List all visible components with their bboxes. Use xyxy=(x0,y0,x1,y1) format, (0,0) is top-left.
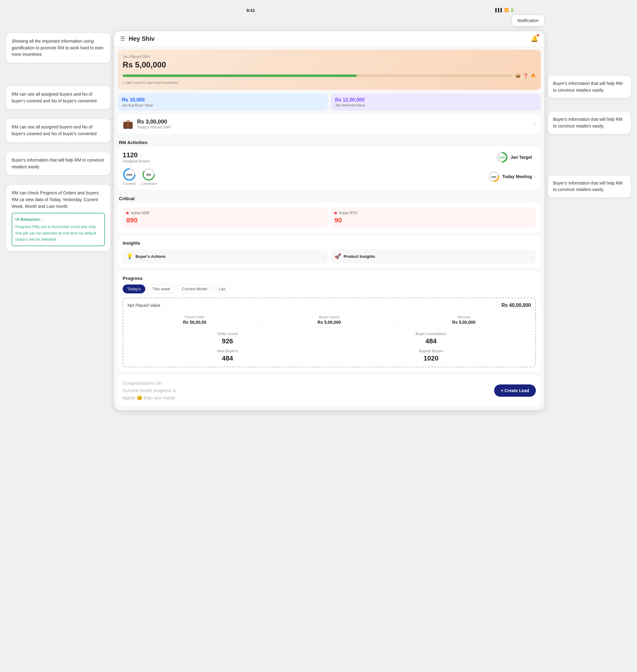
repeat-buyers-value: 1020 xyxy=(331,355,531,362)
gmv-label: Jan Placed GMV xyxy=(123,55,536,59)
ui-behaviour-title: UI Behaviour - xyxy=(15,216,101,222)
avg-buyer-card: Rs 10,000 Jan Avg Buyer Value xyxy=(118,93,328,111)
order-count-value: 926 xyxy=(128,337,327,345)
insights-section: Insights 💡 Buyer's Actions › 🚀 Product I… xyxy=(118,236,541,268)
header-title: Hey Shiv xyxy=(129,35,154,42)
critical-section-title: Critical xyxy=(114,194,544,203)
critical-cards: Active NDR 890 Active RTO 90 xyxy=(123,207,536,228)
wallet-icon: 💼 xyxy=(123,119,133,129)
jan-target-badge: 50% Jan Target › xyxy=(496,151,536,163)
tab-this-week[interactable]: This week xyxy=(148,285,175,293)
tab-today[interactable]: Today's xyxy=(123,285,145,293)
svg-text:800: 800 xyxy=(147,173,151,176)
buyers-actions-card[interactable]: 💡 Buyer's Actions › xyxy=(123,249,328,264)
svg-text:8/20: 8/20 xyxy=(492,176,497,178)
ndr-dot xyxy=(126,212,129,214)
congrats-text: Congratulations Sh Current month progres… xyxy=(123,380,176,402)
repeat-buyers-cell: Repeat Buyers 1020 xyxy=(331,349,531,362)
annotation-rm-buyers-1: RM can see all assigned buyers and No of… xyxy=(6,86,110,109)
new-buyers-value: 484 xyxy=(128,355,327,362)
ndr-value: 890 xyxy=(126,216,324,224)
ndr-card[interactable]: Active NDR 890 xyxy=(123,207,328,228)
stats-grid: Order Count 926 Buyer Cancellation 484 N… xyxy=(128,332,531,362)
product-insights-icon: 🚀 xyxy=(334,253,341,260)
progress-bar-fill xyxy=(123,74,357,77)
converted-label: Converted xyxy=(141,182,157,185)
today-meeting-label: Today Meeting xyxy=(502,174,532,179)
insights-cards: 💡 Buyer's Actions › 🚀 Product Insights › xyxy=(123,249,536,264)
buyers-actions-label: Buyer's Actions xyxy=(135,254,166,259)
ndr-label: Active NDR xyxy=(131,211,150,215)
gmv-amount: Rs 5,00,000 xyxy=(123,60,536,70)
insights-title: Insights xyxy=(123,240,536,246)
critical-section: Active NDR 890 Active RTO 90 xyxy=(118,203,541,232)
converted-ring: 800 xyxy=(142,168,156,181)
buyers-actions-icon: 💡 xyxy=(126,253,133,260)
progress-section: Progress Today's This week Current Month… xyxy=(118,271,541,371)
today-meeting: 8/20 Today Meeting › xyxy=(488,171,536,182)
target-chevron: › xyxy=(534,155,536,160)
rm-activities-card: 1120 › Assigned Buyers 50% xyxy=(118,147,541,190)
placed-order-label: Placed Order xyxy=(128,315,262,319)
annotation-right-3: Buyer's Information that will help RM to… xyxy=(548,176,631,197)
annotation-right-2: Buyer's Information that will help RM to… xyxy=(548,112,631,134)
assigned-buyers-label: Assigned Buyers xyxy=(123,159,150,163)
delivered-value: Rs 12,00,000 xyxy=(335,97,536,103)
status-time: 9:41 xyxy=(247,8,255,13)
delivered-value-card: Rs 12,00,000 Jan Delivered Value xyxy=(331,93,541,111)
congrats-emoji: 😊 xyxy=(137,395,143,400)
svg-text:50%: 50% xyxy=(499,156,505,159)
notification-dot xyxy=(537,34,539,36)
progress-icon-end: 🔥 xyxy=(531,73,536,78)
jan-target-label: Jan Target xyxy=(511,155,532,160)
progress-data-box: Net Placed Value : Rs 40,00,000 Placed O… xyxy=(123,298,536,367)
net-placed-value: Rs 40,00,000 xyxy=(502,303,531,308)
covered-label: Covered xyxy=(123,182,136,185)
hamburger-icon[interactable]: ☰ xyxy=(120,35,125,42)
net-placed-label: Net Placed Value xyxy=(128,303,497,308)
gmv-card: Jan Placed GMV Rs 5,00,000 📦 ❓ 🔥 1 lakh … xyxy=(118,50,541,90)
net-placed-colon: : xyxy=(498,303,500,308)
new-buyers-cell: New Buyer's 484 xyxy=(128,349,327,362)
annotation-gamification: Showing all the important information us… xyxy=(6,33,110,63)
buyer-cancellation-value: 484 xyxy=(331,337,531,345)
buyer-cancel-col: Buyer Cancel Rs 5,00,000 xyxy=(262,315,397,325)
buyer-cancellation-cell: Buyer Cancellation 484 xyxy=(331,332,531,345)
annotation-rm-buyers-2: RM can see all assigned buyers and No of… xyxy=(6,119,110,142)
progress-icon-start: 📦 xyxy=(515,73,521,78)
bell-button[interactable]: 🔔 xyxy=(531,35,538,42)
tab-last[interactable]: Las xyxy=(214,285,230,293)
today-gmv[interactable]: 💼 Rs 3,00,000 Today's Placed GMV › xyxy=(118,114,541,134)
avg-buyer-label: Jan Avg Buyer Value xyxy=(122,103,323,107)
create-lead-button[interactable]: + Create Lead xyxy=(494,384,536,397)
progress-tabs: Today's This week Current Month Las xyxy=(123,285,536,293)
net-placed-row: Net Placed Value : Rs 40,00,000 xyxy=(128,303,531,308)
discount-col: Discount Rs 5,00,000 xyxy=(397,315,531,325)
assigned-chevron: › xyxy=(140,153,141,158)
converted-stat: 800 Converted xyxy=(141,168,157,185)
avg-buyer-value: Rs 10,000 xyxy=(122,97,323,103)
annotation-buyer-info: Buyer's Information that will help RM to… xyxy=(6,152,110,175)
placed-row: Placed Order Rs 50,00,00 Buyer Cancel Rs… xyxy=(128,312,531,328)
buyer-cancel-label: Buyer Cancel xyxy=(262,315,396,319)
ui-behaviour-body: Progress Pills are in horizontal scroll … xyxy=(15,224,101,242)
covered-ring: 1000 xyxy=(123,168,136,181)
order-count-cell: Order Count 926 xyxy=(128,332,327,345)
tab-current-month[interactable]: Current Month xyxy=(177,285,212,293)
app-header: ☰ Hey Shiv 🔔 xyxy=(114,31,544,46)
notification-bubble: Notification xyxy=(512,15,544,26)
svg-text:1000: 1000 xyxy=(126,173,132,176)
product-insights-chevron: › xyxy=(531,254,532,258)
meeting-chevron: › xyxy=(534,174,536,179)
congratulations-section: Congratulations Sh Current month progres… xyxy=(118,375,541,406)
placed-order-value: Rs 50,00,00 xyxy=(128,320,262,325)
status-icons: ▌▌▌ 📶 🔋 xyxy=(495,8,514,12)
discount-value: Rs 5,00,000 xyxy=(397,320,531,325)
sub-cards: Rs 10,000 Jan Avg Buyer Value Rs 12,00,0… xyxy=(118,93,541,111)
order-count-label: Order Count xyxy=(128,332,327,336)
product-insights-card[interactable]: 🚀 Product Insights › xyxy=(331,249,536,264)
buyer-cancellation-label: Buyer Cancellation xyxy=(331,332,531,336)
covered-stat: 1000 Covered xyxy=(123,168,136,185)
rto-label: Active RTO xyxy=(339,211,358,215)
rto-card[interactable]: Active RTO 90 xyxy=(331,207,536,228)
